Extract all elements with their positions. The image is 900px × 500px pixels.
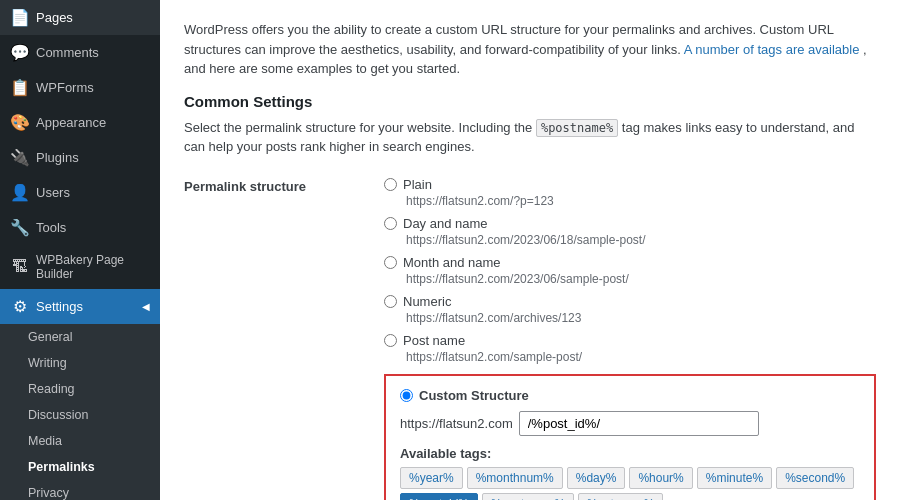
url-example-numeric: https://flatsun2.com/archives/123 [406, 311, 876, 325]
radio-option-plain: Plain https://flatsun2.com/?p=123 [384, 177, 876, 208]
custom-structure-header: Custom Structure [400, 388, 860, 403]
comments-icon: 💬 [10, 43, 30, 62]
url-example-plain: https://flatsun2.com/?p=123 [406, 194, 876, 208]
tag-day[interactable]: %day% [567, 467, 626, 489]
main-content: WordPress offers you the ability to crea… [160, 0, 900, 500]
radio-label-post-name[interactable]: Post name [384, 333, 876, 348]
settings-icon: ⚙ [10, 297, 30, 316]
custom-url-row: https://flatsun2.com [400, 411, 860, 436]
tag-post-id[interactable]: %post_id% [400, 493, 478, 501]
radio-plain[interactable] [384, 178, 397, 191]
sidebar-submenu-media[interactable]: Media [0, 428, 160, 454]
radio-option-month-name: Month and name https://flatsun2.com/2023… [384, 255, 876, 286]
settings-submenu: General Writing Reading Discussion Media… [0, 324, 160, 500]
url-example-day-name: https://flatsun2.com/2023/06/18/sample-p… [406, 233, 876, 247]
sidebar-item-settings[interactable]: ⚙ Settings ◀ [0, 289, 160, 324]
custom-structure-box: Custom Structure https://flatsun2.com Av… [384, 374, 876, 501]
sidebar: 📄 Pages 💬 Comments 📋 WPForms 🎨 Appearanc… [0, 0, 160, 500]
radio-label-day-name[interactable]: Day and name [384, 216, 876, 231]
permalink-structure-label: Permalink structure [184, 179, 306, 194]
tag-minute[interactable]: %minute% [697, 467, 772, 489]
url-example-month-name: https://flatsun2.com/2023/06/sample-post… [406, 272, 876, 286]
sidebar-item-appearance[interactable]: 🎨 Appearance [0, 105, 160, 140]
radio-label-month-name[interactable]: Month and name [384, 255, 876, 270]
pages-icon: 📄 [10, 8, 30, 27]
sidebar-item-users[interactable]: 👤 Users [0, 175, 160, 210]
settings-arrow-icon: ◀ [142, 301, 150, 312]
wpforms-icon: 📋 [10, 78, 30, 97]
appearance-icon: 🎨 [10, 113, 30, 132]
radio-option-post-name: Post name https://flatsun2.com/sample-po… [384, 333, 876, 364]
users-icon: 👤 [10, 183, 30, 202]
tag-second[interactable]: %second% [776, 467, 854, 489]
radio-day-name[interactable] [384, 217, 397, 230]
common-settings-heading: Common Settings [184, 93, 876, 110]
sidebar-item-wpforms[interactable]: 📋 WPForms [0, 70, 160, 105]
tag-category[interactable]: %category% [578, 493, 663, 501]
radio-option-numeric: Numeric https://flatsun2.com/archives/12… [384, 294, 876, 325]
tools-icon: 🔧 [10, 218, 30, 237]
sidebar-item-comments[interactable]: 💬 Comments [0, 35, 160, 70]
radio-numeric[interactable] [384, 295, 397, 308]
sidebar-item-wpbakery[interactable]: 🏗 WPBakery Page Builder [0, 245, 160, 289]
intro-paragraph: WordPress offers you the ability to crea… [184, 20, 876, 79]
radio-label-numeric[interactable]: Numeric [384, 294, 876, 309]
custom-url-input[interactable] [519, 411, 759, 436]
select-description: Select the permalink structure for your … [184, 118, 876, 157]
url-example-post-name: https://flatsun2.com/sample-post/ [406, 350, 876, 364]
radio-custom[interactable] [400, 389, 413, 402]
sidebar-submenu-general[interactable]: General [0, 324, 160, 350]
tag-monthnum[interactable]: %monthnum% [467, 467, 563, 489]
radio-post-name[interactable] [384, 334, 397, 347]
sidebar-item-tools[interactable]: 🔧 Tools [0, 210, 160, 245]
tag-year[interactable]: %year% [400, 467, 463, 489]
wpbakery-icon: 🏗 [10, 258, 30, 276]
radio-group: Plain https://flatsun2.com/?p=123 Day an… [384, 177, 876, 501]
sidebar-submenu-permalinks[interactable]: Permalinks [0, 454, 160, 480]
sidebar-submenu-discussion[interactable]: Discussion [0, 402, 160, 428]
permalink-table: Permalink structure Plain https://flatsu… [184, 173, 876, 501]
tags-row: %year% %monthnum% %day% %hour% %minute% … [400, 467, 860, 501]
postname-tag: %postname% [536, 119, 618, 137]
sidebar-item-pages[interactable]: 📄 Pages [0, 0, 160, 35]
tag-hour[interactable]: %hour% [629, 467, 692, 489]
radio-month-name[interactable] [384, 256, 397, 269]
tag-postname[interactable]: %postname% [482, 493, 574, 501]
plugins-icon: 🔌 [10, 148, 30, 167]
sidebar-submenu-privacy[interactable]: Privacy [0, 480, 160, 500]
radio-option-day-name: Day and name https://flatsun2.com/2023/0… [384, 216, 876, 247]
custom-url-base: https://flatsun2.com [400, 416, 513, 431]
radio-label-plain[interactable]: Plain [384, 177, 876, 192]
available-tags-label: Available tags: [400, 446, 860, 461]
sidebar-submenu-writing[interactable]: Writing [0, 350, 160, 376]
sidebar-item-plugins[interactable]: 🔌 Plugins [0, 140, 160, 175]
sidebar-submenu-reading[interactable]: Reading [0, 376, 160, 402]
tags-link[interactable]: A number of tags are available [684, 42, 860, 57]
